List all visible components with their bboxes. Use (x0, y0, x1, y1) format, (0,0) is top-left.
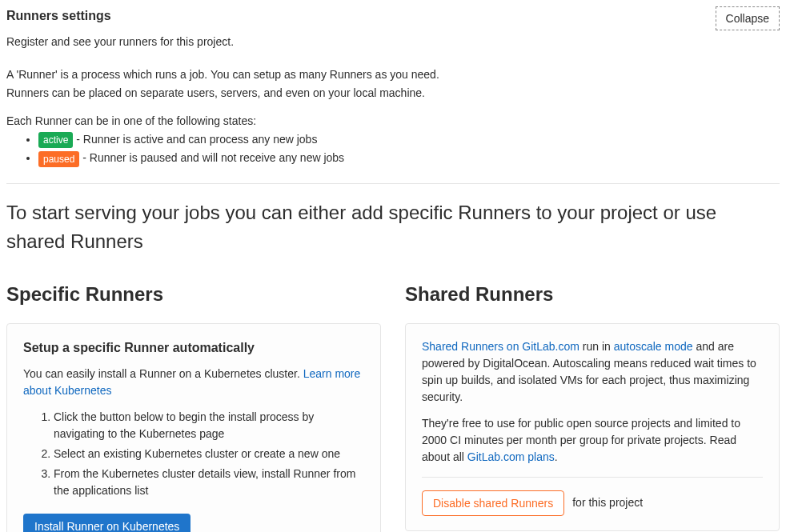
collapse-button[interactable]: Collapse (716, 6, 780, 30)
shared-p1-mid1: run in (579, 340, 614, 353)
paused-badge: paused (38, 151, 79, 167)
states-intro: Each Runner can be in one of the followi… (6, 113, 780, 130)
install-step-1: Click the button below to begin the inst… (54, 409, 364, 442)
specific-runners-column: Specific Runners Setup a specific Runner… (6, 280, 381, 532)
shared-runners-card: Shared Runners on GitLab.com run in auto… (405, 323, 780, 531)
specific-card-intro: You can easily install a Runner on a Kub… (23, 366, 364, 399)
specific-runners-heading: Specific Runners (6, 280, 381, 309)
specific-card-intro-text: You can easily install a Runner on a Kub… (23, 367, 303, 380)
install-steps-list: Click the button below to begin the inst… (23, 409, 364, 499)
intro-block: A 'Runner' is a process which runs a job… (6, 66, 780, 167)
install-step-3: From the Kubernetes cluster details view… (54, 466, 364, 499)
divider (6, 183, 780, 184)
shared-p1: Shared Runners on GitLab.com run in auto… (422, 338, 763, 406)
specific-runner-card: Setup a specific Runner automatically Yo… (6, 323, 381, 532)
shared-runners-gitlab-link[interactable]: Shared Runners on GitLab.com (422, 340, 579, 353)
shared-p2: They're free to use for public open sour… (422, 415, 763, 466)
state-paused-item: paused - Runner is paused and will not r… (38, 150, 780, 166)
page-title: Runners settings (6, 6, 111, 26)
shared-p2-post: . (555, 450, 558, 463)
state-active-item: active - Runner is active and can proces… (38, 131, 780, 148)
active-badge: active (38, 132, 73, 148)
intro-line-1: A 'Runner' is a process which runs a job… (6, 66, 780, 83)
shared-runners-column: Shared Runners Shared Runners on GitLab.… (405, 280, 780, 532)
disable-shared-runners-button[interactable]: Disable shared Runners (422, 490, 564, 516)
intro-line-2: Runners can be placed on separate users,… (6, 85, 780, 102)
install-step-2: Select an existing Kubernetes cluster or… (54, 446, 364, 462)
paused-desc: - Runner is paused and will not receive … (79, 151, 344, 164)
specific-card-title: Setup a specific Runner automatically (23, 338, 364, 358)
states-list: active - Runner is active and can proces… (6, 131, 780, 167)
shared-runners-heading: Shared Runners (405, 280, 780, 309)
start-heading: To start serving your jobs you can eithe… (6, 198, 780, 256)
active-desc: - Runner is active and can process any n… (73, 133, 317, 146)
install-kubernetes-button[interactable]: Install Runner on Kubernetes (23, 514, 190, 532)
page-subtitle: Register and see your runners for this p… (6, 34, 780, 50)
disable-suffix-text: for this project (572, 494, 643, 511)
shared-card-divider (422, 477, 763, 478)
autoscale-mode-link[interactable]: autoscale mode (614, 340, 693, 353)
gitlab-plans-link[interactable]: GitLab.com plans (467, 450, 555, 463)
